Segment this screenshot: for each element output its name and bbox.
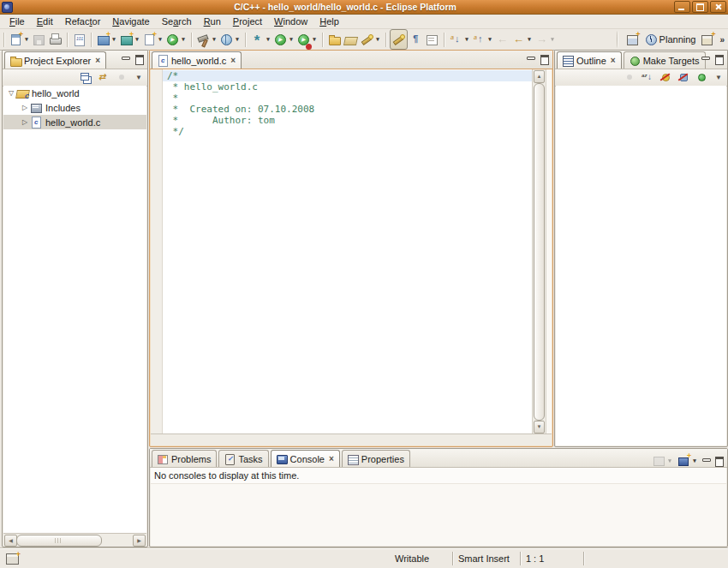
run-button[interactable] [272, 30, 295, 49]
chevron-down-icon[interactable] [374, 36, 381, 43]
debug-button[interactable] [249, 30, 272, 49]
chevron-down-icon[interactable] [265, 36, 272, 43]
expanded-twistie-icon[interactable]: ▽ [7, 89, 15, 97]
forward-button[interactable] [534, 30, 557, 49]
fast-view-icon[interactable] [6, 553, 19, 565]
view-menu-icon[interactable]: ▼ [133, 74, 145, 81]
menu-refactor[interactable]: Refactor [59, 15, 107, 27]
tab-project-explorer[interactable]: Project Explorer × [4, 51, 106, 69]
maximize-view-button[interactable] [539, 54, 550, 64]
save-button[interactable] [31, 30, 47, 49]
build-button[interactable] [195, 30, 218, 49]
tab-outline[interactable]: Outline × [557, 51, 622, 69]
print-button[interactable] [47, 30, 63, 49]
code-line[interactable]: /* [163, 70, 532, 81]
chevron-down-icon[interactable] [234, 36, 241, 43]
overview-ruler[interactable] [546, 69, 552, 434]
build-all-button[interactable] [218, 30, 242, 49]
minimize-view-button[interactable] [701, 456, 712, 466]
collapsed-twistie-icon[interactable]: ▷ [21, 104, 29, 111]
new-c-file-button[interactable] [141, 30, 164, 49]
back-button[interactable] [510, 30, 534, 49]
menu-search[interactable]: Search [156, 15, 198, 27]
hide-static-members-icon[interactable] [677, 70, 691, 85]
close-icon[interactable]: × [329, 455, 334, 463]
open-element-button[interactable] [326, 30, 343, 49]
chevron-down-icon[interactable] [549, 36, 556, 43]
menu-navigate[interactable]: Navigate [106, 15, 155, 27]
minimize-view-button[interactable] [120, 54, 131, 64]
open-resource-button[interactable] [343, 30, 359, 49]
maximize-view-button[interactable] [713, 54, 725, 64]
maximize-view-button[interactable] [713, 456, 725, 466]
close-icon[interactable]: × [611, 57, 616, 65]
search-button[interactable] [359, 30, 382, 49]
horizontal-scrollbar[interactable]: ◀ ▶ [3, 533, 146, 546]
next-annotation-button[interactable] [448, 30, 471, 49]
link-with-editor-icon[interactable] [97, 70, 111, 85]
maximize-button[interactable] [692, 1, 708, 13]
scrollbar-thumb[interactable] [16, 535, 102, 547]
collapse-all-icon[interactable] [79, 70, 93, 85]
tab-console[interactable]: Console × [271, 450, 340, 467]
chevron-down-icon[interactable] [486, 36, 493, 43]
tree-item-hello-world[interactable]: ▽ hello_world [3, 86, 146, 100]
minimize-view-button[interactable] [700, 54, 711, 64]
tab-hello-world-c[interactable]: hello_world.c × [152, 51, 242, 69]
view-menu-icon[interactable]: ▼ [713, 74, 725, 81]
new-c-project-button[interactable] [95, 30, 118, 49]
chevron-down-icon[interactable] [311, 36, 318, 43]
highlight-toggle-button[interactable] [390, 29, 408, 50]
last-edit-location-button[interactable] [494, 30, 510, 49]
chevron-down-icon[interactable] [666, 457, 673, 464]
scroll-right-icon[interactable]: ▶ [133, 535, 146, 547]
maximize-view-button[interactable] [134, 54, 145, 64]
tree-item-hello-world-c[interactable]: ▷ hello_world.c [3, 115, 146, 129]
scroll-left-icon[interactable]: ◀ [4, 535, 17, 547]
chevron-down-icon[interactable] [157, 36, 164, 43]
hide-non-public-icon[interactable] [695, 70, 709, 85]
external-tools-button[interactable] [295, 30, 319, 49]
code-line[interactable]: */ [163, 126, 532, 137]
annotation-ruler[interactable] [151, 69, 163, 434]
open-binary-button[interactable] [71, 30, 87, 49]
perspective-overflow-chevron[interactable]: » [719, 35, 725, 45]
chevron-down-icon[interactable] [23, 36, 30, 43]
menu-help[interactable]: Help [313, 15, 345, 27]
menu-project[interactable]: Project [227, 15, 268, 27]
run-wizard-button[interactable] [164, 30, 188, 49]
perspective-c-button[interactable] [699, 30, 715, 49]
tab-tasks[interactable]: Tasks [218, 450, 268, 467]
chevron-down-icon[interactable] [180, 36, 187, 43]
link-icon[interactable] [623, 70, 637, 85]
sort-icon[interactable] [641, 70, 655, 85]
menu-run[interactable]: Run [198, 15, 227, 27]
new-wizard-button[interactable] [8, 30, 31, 49]
show-whitespace-button[interactable] [408, 30, 424, 49]
chevron-down-icon[interactable] [134, 36, 140, 43]
scrollbar-thumb[interactable] [534, 83, 545, 421]
previous-annotation-button[interactable] [471, 30, 494, 49]
minimize-view-button[interactable] [525, 54, 536, 64]
chevron-down-icon[interactable] [211, 36, 218, 43]
close-icon[interactable]: × [95, 57, 100, 65]
tab-make-targets[interactable]: Make Targets [624, 51, 706, 69]
scroll-up-icon[interactable]: ▲ [534, 70, 545, 83]
focus-on-active-task-icon[interactable] [115, 70, 129, 85]
chevron-down-icon[interactable] [288, 36, 295, 43]
code-area[interactable]: /* * hello_world.c * * Created on: 07.10… [163, 69, 532, 434]
code-line[interactable]: * Created on: 07.10.2008 [163, 104, 532, 115]
code-line[interactable]: * Author: tom [163, 115, 532, 126]
chevron-down-icon[interactable] [691, 457, 698, 464]
vertical-scrollbar[interactable]: ▲ ▼ [532, 69, 546, 434]
chevron-down-icon[interactable] [110, 36, 117, 43]
close-icon[interactable]: × [230, 57, 236, 65]
chevron-down-icon[interactable] [463, 36, 470, 43]
code-line[interactable]: * hello_world.c [163, 81, 532, 93]
tab-problems[interactable]: Problems [152, 450, 217, 467]
menu-file[interactable]: File [3, 15, 31, 27]
chevron-down-icon[interactable] [526, 36, 533, 43]
app-icon[interactable] [2, 2, 13, 13]
hide-fields-icon[interactable] [659, 70, 673, 85]
tab-properties[interactable]: Properties [342, 450, 410, 467]
